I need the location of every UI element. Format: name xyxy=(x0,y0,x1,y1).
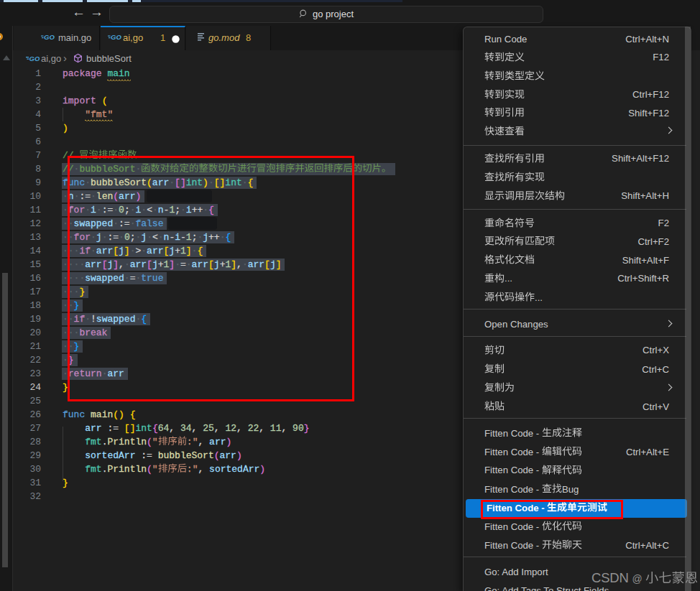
svg-text:GO: GO xyxy=(29,55,40,62)
svg-text:GO: GO xyxy=(44,33,55,41)
svg-text:GO: GO xyxy=(111,33,121,41)
